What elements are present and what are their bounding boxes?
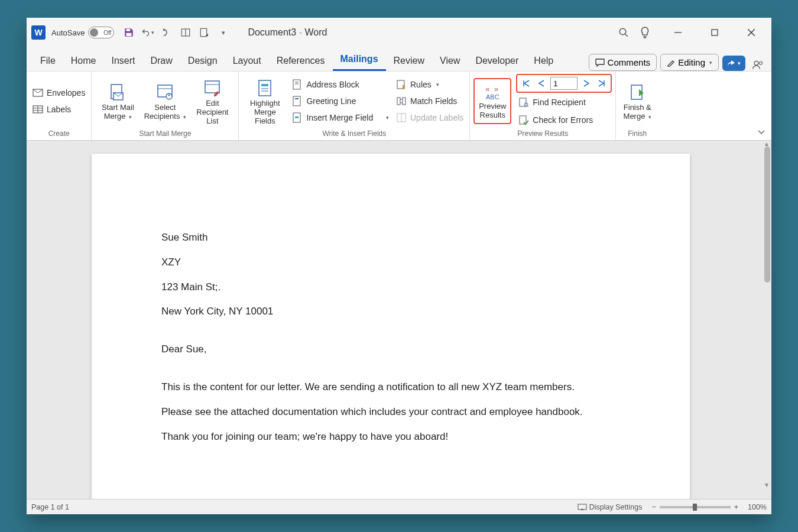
page-indicator[interactable]: Page 1 of 1 [31, 503, 69, 511]
search-icon[interactable] [613, 22, 634, 43]
select-recipients-button[interactable]: Select Recipients ▾ [142, 79, 187, 123]
find-recipient-button[interactable]: Find Recipient [516, 94, 612, 111]
zoom-controls: − + 100% [651, 503, 767, 511]
tab-file[interactable]: File [33, 51, 63, 71]
editing-button[interactable]: Editing▾ [660, 54, 719, 71]
last-record-button[interactable] [595, 76, 608, 90]
qat-icon-2[interactable] [198, 26, 211, 39]
ribbon-tabs: File Home Insert Draw Design Layout Refe… [27, 47, 771, 71]
envelopes-button[interactable]: Envelopes [30, 85, 87, 101]
address-block-button[interactable]: Address Block [290, 76, 391, 93]
paragraph-3: Thank you for joining our team; we're ha… [161, 430, 620, 444]
tab-design[interactable]: Design [180, 51, 225, 71]
display-settings-button[interactable]: Display Settings [578, 503, 643, 511]
document-area: ▲ ▼ Sue Smith XZY 123 Main St;. New York… [27, 141, 771, 499]
close-button[interactable] [741, 22, 762, 43]
salutation: Dear Sue, [161, 342, 620, 356]
insert-field-icon [292, 112, 303, 123]
tab-developer[interactable]: Developer [468, 51, 526, 71]
qat-icon-1[interactable] [179, 26, 192, 39]
tab-references[interactable]: References [269, 51, 333, 71]
autosave-toggle[interactable]: Off [88, 27, 114, 38]
match-fields-button[interactable]: Match Fields [394, 93, 466, 109]
account-icon[interactable] [750, 59, 765, 71]
zoom-thumb[interactable] [693, 504, 697, 511]
toggle-knob [90, 28, 98, 37]
scrollbar-thumb[interactable] [764, 147, 770, 283]
minimize-button[interactable] [667, 22, 689, 43]
highlight-preview-button: « »ABC Preview Results [473, 78, 511, 124]
tab-review[interactable]: Review [386, 51, 432, 71]
svg-rect-27 [261, 84, 268, 86]
redo-icon[interactable] [160, 26, 173, 39]
group-create: Envelopes Labels Create [27, 72, 92, 140]
address-block-label: Address Block [306, 80, 359, 89]
comments-label: Comments [608, 57, 651, 67]
share-button[interactable]: ▾ [722, 56, 745, 71]
first-record-button[interactable] [520, 76, 533, 90]
highlight-merge-fields-button[interactable]: Highlight Merge Fields [242, 75, 287, 128]
autosave-state: Off [103, 30, 111, 36]
insert-merge-field-button[interactable]: Insert Merge Field ▾ [290, 109, 391, 126]
group-preview-label: Preview Results [517, 128, 568, 140]
svg-rect-0 [126, 29, 131, 31]
help-bulb-icon[interactable] [634, 22, 656, 43]
tab-help[interactable]: Help [526, 51, 561, 71]
group-preview: « »ABC Preview Results Fin [470, 72, 616, 140]
finish-merge-button[interactable]: Finish & Merge ▾ [619, 79, 655, 123]
update-labels-button: Update Labels [394, 109, 466, 126]
svg-rect-24 [205, 81, 219, 93]
status-bar: Page 1 of 1 Display Settings − + 100% [27, 499, 771, 514]
maximize-button[interactable] [704, 22, 725, 43]
edit-recipient-list-button[interactable]: Edit Recipient List [190, 75, 235, 128]
greeting-line-button[interactable]: Greeting Line [290, 93, 391, 109]
svg-rect-1 [126, 33, 132, 36]
recipient-company: XZY [161, 255, 620, 270]
svg-rect-38 [397, 98, 400, 105]
tab-insert[interactable]: Insert [103, 51, 142, 71]
svg-rect-33 [293, 96, 300, 106]
start-mail-merge-button[interactable]: Start Mail Merge ▾ [95, 79, 140, 123]
undo-icon[interactable]: ▾ [141, 26, 154, 39]
preview-results-button[interactable]: « »ABC Preview Results [476, 80, 509, 122]
record-number-input[interactable] [550, 77, 578, 90]
recipient-name: Sue Smith [161, 231, 620, 245]
scroll-down-icon[interactable]: ▼ [763, 482, 770, 488]
word-window: W AutoSave Off ▾ ▾ Document3 - Word File… [27, 18, 771, 514]
zoom-slider[interactable] [660, 506, 731, 508]
check-errors-button[interactable]: Check for Errors [516, 112, 612, 128]
comments-button[interactable]: Comments [589, 54, 657, 71]
recipients-icon [156, 82, 174, 103]
zoom-out-button[interactable]: − [651, 503, 656, 511]
update-labels-icon [396, 113, 407, 122]
match-icon [396, 96, 407, 106]
match-label: Match Fields [410, 96, 457, 106]
svg-rect-44 [520, 98, 526, 106]
editing-label: Editing [678, 57, 705, 67]
tab-view[interactable]: View [432, 51, 468, 71]
highlight-nav [516, 74, 612, 93]
save-icon[interactable] [122, 26, 135, 39]
qat-customize-icon[interactable]: ▾ [217, 26, 230, 39]
labels-button[interactable]: Labels [30, 101, 87, 118]
tab-home[interactable]: Home [63, 51, 104, 71]
next-record-button[interactable] [580, 76, 593, 90]
zoom-level[interactable]: 100% [748, 503, 767, 511]
tab-layout[interactable]: Layout [225, 51, 269, 71]
rules-label: Rules [410, 80, 432, 89]
title-bar: W AutoSave Off ▾ ▾ Document3 - Word [27, 18, 771, 47]
svg-point-23 [168, 95, 170, 96]
rules-icon [396, 80, 407, 89]
collapse-ribbon-icon[interactable] [757, 129, 765, 135]
prev-record-button[interactable] [535, 76, 548, 90]
check-icon [518, 115, 529, 125]
tab-mailings[interactable]: Mailings [333, 49, 386, 71]
page-content[interactable]: Sue Smith XZY 123 Main St;. New York Cit… [92, 154, 690, 443]
paragraph-2: Please see the attached documentation wh… [161, 405, 620, 419]
svg-rect-26 [259, 80, 271, 96]
tab-draw[interactable]: Draw [142, 51, 180, 71]
rules-button[interactable]: Rules▾ [394, 76, 466, 93]
autosave-label: AutoSave [51, 28, 85, 37]
group-start-mail-merge: Start Mail Merge ▾ Select Recipients ▾ E… [92, 72, 239, 140]
zoom-in-button[interactable]: + [734, 503, 738, 511]
